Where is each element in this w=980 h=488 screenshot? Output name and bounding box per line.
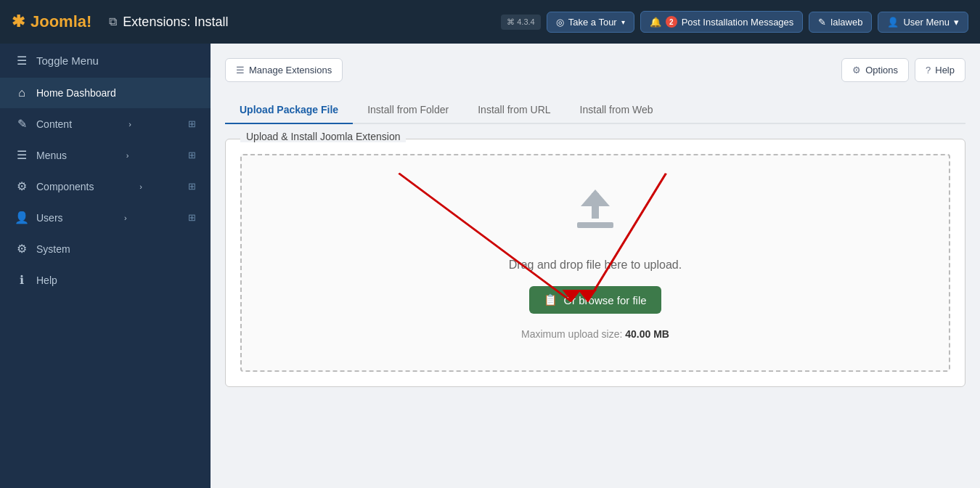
post-install-label: Post Installation Messages [682, 17, 794, 28]
topbar-actions: ⌘ 4.3.4 ◎ Take a Tour ▾ 🔔 2 Post Install… [501, 11, 968, 33]
sidebar-home-label: Home Dashboard [36, 87, 116, 99]
browse-label: Or browse for file [563, 294, 646, 306]
sidebar-menus-label: Menus [36, 150, 67, 161]
components-icon: ⚙ [15, 179, 29, 193]
system-icon: ⚙ [15, 242, 29, 256]
sidebar-help-label: Help [36, 274, 57, 286]
logo[interactable]: ✱ Joomla! [12, 12, 91, 31]
notification-button[interactable]: 🔔 2 Post Installation Messages [640, 11, 804, 33]
browse-for-file-button[interactable]: 📋 Or browse for file [529, 286, 661, 314]
content-arrow-icon: › [128, 120, 131, 129]
sidebar-components-label: Components [36, 181, 94, 192]
joomla-logo-icon: ✱ [12, 12, 25, 31]
version-badge: ⌘ 4.3.4 [501, 15, 541, 30]
sidebar-users-label: Users [36, 212, 63, 224]
help-label: Help [935, 65, 955, 76]
upload-icon [570, 186, 621, 244]
edit-icon: ✎ [818, 17, 826, 28]
take-tour-label: Take a Tour [568, 17, 617, 28]
bell-icon: 🔔 [650, 17, 661, 28]
content-area: ☰ Manage Extensions ⚙ Options ? Help Upl… [211, 44, 980, 488]
user-menu-label: User Menu [903, 17, 950, 28]
svg-marker-2 [581, 190, 610, 206]
chevron-down-icon: ▾ [621, 18, 625, 26]
home-icon: ⌂ [15, 86, 29, 99]
users-arrow-icon: › [124, 214, 127, 222]
sidebar-content-label: Content [36, 118, 72, 130]
manage-extensions-button[interactable]: ☰ Manage Extensions [225, 58, 343, 82]
max-upload-value: 40.00 MB [625, 328, 669, 340]
users-icon: 👤 [15, 211, 29, 224]
toolbar-left: ☰ Manage Extensions [225, 58, 343, 82]
toolbar: ☰ Manage Extensions ⚙ Options ? Help [225, 58, 965, 82]
browse-file-icon: 📋 [544, 293, 558, 306]
hamburger-icon: ☰ [15, 54, 29, 68]
upload-dropzone[interactable]: Drag and drop file here to upload. 📋 Or … [240, 154, 950, 372]
svg-rect-0 [577, 222, 613, 228]
topbar: ✱ Joomla! ⧉ Extensions: Install ⌘ 4.3.4 … [0, 0, 980, 44]
sidebar-item-content[interactable]: ✎ Content › ⊞ [0, 108, 211, 139]
tab-install-web[interactable]: Install from Web [565, 97, 668, 124]
list-icon: ☰ [236, 65, 245, 76]
help-sidebar-icon: ℹ [15, 273, 29, 287]
logo-text: Joomla! [30, 12, 91, 31]
sidebar-item-system[interactable]: ⚙ System [0, 233, 211, 264]
sidebar-item-home-dashboard[interactable]: ⌂ Home Dashboard [0, 78, 211, 108]
tab-upload-package[interactable]: Upload Package File [225, 97, 353, 124]
question-icon: ? [926, 65, 931, 76]
page-title-bar: ⧉ Extensions: Install [109, 15, 501, 30]
compass-icon: ◎ [556, 17, 564, 28]
options-label: Options [865, 65, 898, 76]
lalaweb-button[interactable]: ✎ lalaweb [809, 12, 872, 33]
sidebar-toggle-menu[interactable]: ☰ Toggle Menu [0, 44, 211, 78]
upload-panel: Upload & Install Joomla Extension Drag a… [225, 139, 965, 387]
tabs: Upload Package File Install from Folder … [225, 97, 965, 124]
upload-panel-title: Upload & Install Joomla Extension [240, 131, 406, 142]
toggle-menu-label: Toggle Menu [36, 54, 99, 67]
help-button[interactable]: ? Help [915, 58, 965, 82]
sidebar-system-label: System [36, 243, 70, 255]
user-menu-button[interactable]: 👤 User Menu ▾ [878, 12, 968, 33]
sidebar-item-help[interactable]: ℹ Help [0, 264, 211, 296]
users-grid-icon: ⊞ [188, 212, 196, 223]
lalaweb-label: lalaweb [830, 17, 862, 28]
menus-arrow-icon: › [126, 151, 129, 160]
sidebar: ☰ Toggle Menu ⌂ Home Dashboard ✎ Content… [0, 44, 211, 488]
gear-icon: ⚙ [852, 65, 861, 76]
menus-icon: ☰ [15, 148, 29, 162]
puzzle-icon: ⧉ [109, 15, 117, 28]
components-grid-icon: ⊞ [188, 181, 196, 192]
menus-grid-icon: ⊞ [188, 150, 196, 160]
main-layout: ☰ Toggle Menu ⌂ Home Dashboard ✎ Content… [0, 44, 980, 488]
notification-badge: 2 [666, 16, 677, 28]
manage-extensions-label: Manage Extensions [249, 65, 332, 76]
content-grid-icon: ⊞ [188, 118, 196, 129]
user-icon: 👤 [887, 17, 899, 28]
content-icon: ✎ [15, 117, 29, 131]
options-button[interactable]: ⚙ Options [841, 58, 909, 82]
svg-line-3 [399, 174, 571, 302]
user-chevron-icon: ▾ [954, 17, 959, 28]
page-title: Extensions: Install [123, 15, 228, 30]
toolbar-right: ⚙ Options ? Help [841, 58, 965, 82]
sidebar-item-components[interactable]: ⚙ Components › ⊞ [0, 171, 211, 202]
tab-install-url[interactable]: Install from URL [463, 97, 565, 124]
sidebar-item-users[interactable]: 👤 Users › ⊞ [0, 202, 211, 233]
tab-install-folder[interactable]: Install from Folder [353, 97, 463, 124]
take-tour-button[interactable]: ◎ Take a Tour ▾ [547, 12, 634, 33]
components-arrow-icon: › [139, 182, 142, 191]
max-upload-text: Maximum upload size: 40.00 MB [521, 328, 669, 340]
sidebar-item-menus[interactable]: ☰ Menus › ⊞ [0, 139, 211, 171]
drag-drop-text: Drag and drop file here to upload. [509, 259, 682, 272]
